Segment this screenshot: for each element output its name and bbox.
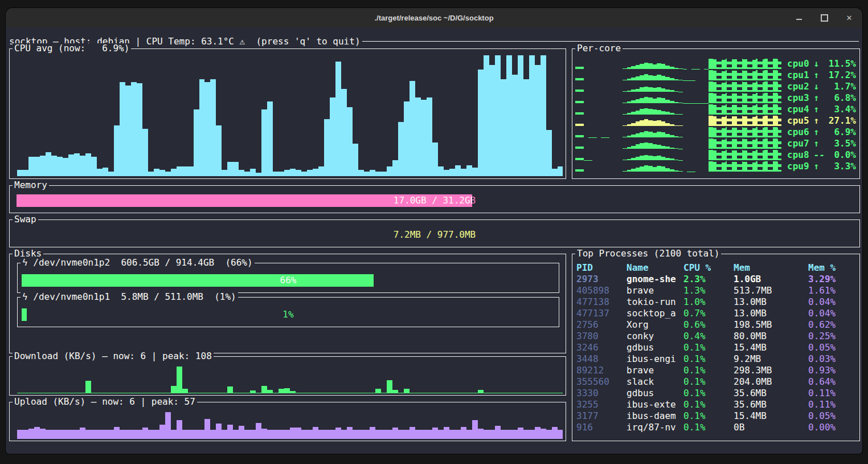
bar (387, 166, 392, 176)
bar (678, 114, 683, 115)
bar (644, 143, 649, 149)
bar (575, 158, 580, 160)
process-mem: 15.4MB (734, 342, 808, 353)
core-trend-icon: ↑ (814, 70, 820, 81)
bar (23, 393, 28, 393)
window-controls: ✕ (795, 8, 853, 27)
bar (512, 393, 518, 393)
process-cpu: 0.1% (683, 365, 734, 376)
disk-usage-gauge: 1%1% (22, 308, 555, 321)
bar (461, 393, 466, 393)
bar (665, 134, 670, 137)
disk-gauge-label-overflow: 1% (22, 308, 555, 321)
bar (674, 102, 679, 103)
bar (432, 428, 438, 439)
disk-label: /dev/nvme0n1p1 5.8MB / 511.0MB (1%) (28, 291, 236, 302)
bar (636, 121, 640, 126)
bar (631, 158, 636, 160)
process-pid: 2756 (576, 319, 627, 331)
close-button[interactable]: ✕ (845, 14, 853, 22)
bar (68, 430, 74, 439)
process-cpu: 1.0% (683, 296, 734, 308)
minimize-button[interactable] (795, 14, 803, 22)
bar (427, 97, 432, 176)
bar (636, 157, 640, 160)
bar (648, 63, 653, 69)
process-row: 3780conky0.4%80.0MB0.25% (576, 331, 857, 342)
bar (627, 91, 632, 92)
bar (627, 159, 632, 160)
bar (239, 426, 244, 439)
bar (375, 430, 381, 439)
bar (318, 430, 324, 439)
bar (279, 430, 284, 439)
bar (256, 173, 261, 176)
bar (623, 137, 627, 137)
bar (506, 55, 512, 176)
bar (455, 393, 461, 393)
top-processes-panel-title: Top Processes (2100 total) (575, 249, 721, 259)
bar (398, 393, 404, 393)
disk-panel: ϟ /dev/nvme0n1p1 5.8MB / 511.0MB (1%)1%1… (17, 297, 559, 327)
bar (80, 428, 85, 439)
bar (506, 393, 512, 393)
bar (670, 113, 674, 115)
bar (623, 103, 627, 103)
process-cpu: 0.1% (683, 353, 734, 365)
bar (142, 129, 148, 176)
cpu-avg-panel-title: CPU avg (now: 6.9%) (13, 43, 131, 54)
bar (154, 393, 159, 393)
bar (449, 430, 455, 439)
bar (518, 393, 523, 393)
bar (330, 393, 335, 393)
core-sparkline (575, 70, 781, 80)
bar (648, 87, 653, 92)
bar (580, 112, 584, 115)
core-row: cpu0↓11.5% (575, 58, 857, 70)
maximize-button[interactable] (820, 14, 828, 22)
bar (341, 393, 347, 393)
bar (648, 97, 653, 103)
bar (40, 429, 46, 439)
bar (472, 420, 478, 439)
bar (335, 62, 341, 176)
bar (648, 75, 653, 80)
bar (432, 393, 438, 393)
bar (290, 391, 296, 393)
bar (541, 393, 546, 393)
bar (661, 111, 666, 115)
bar (653, 64, 657, 69)
bar (307, 430, 313, 439)
bar (421, 100, 427, 176)
bar (661, 166, 666, 172)
bar (627, 79, 632, 80)
process-name: gdbus (627, 388, 683, 399)
bar (210, 430, 216, 439)
warning-icon: ⚠ (240, 36, 245, 47)
bar (678, 125, 683, 126)
bar (46, 430, 51, 439)
bar (91, 430, 97, 439)
bar (636, 168, 640, 172)
bar (97, 393, 103, 393)
bar (125, 393, 131, 393)
bar (670, 124, 674, 126)
sparkline-texture (711, 139, 781, 149)
bar (489, 393, 495, 393)
bar (449, 169, 455, 176)
bar (114, 125, 120, 176)
bar (438, 430, 444, 439)
bar (381, 430, 387, 439)
bar (358, 393, 364, 393)
bar (631, 89, 636, 92)
bar (284, 388, 290, 393)
bar (438, 393, 444, 393)
process-cpu: 0.1% (683, 376, 734, 388)
core-label: cpu4↑ 3.4% (781, 104, 857, 115)
bar (137, 83, 142, 176)
bar (575, 112, 580, 115)
disks-panel: Disks ϟ /dev/nvme0n1p2 606.5GB / 914.4GB… (9, 254, 566, 353)
process-pid: 3330 (576, 388, 627, 399)
bar (653, 109, 657, 115)
bar (472, 393, 478, 393)
